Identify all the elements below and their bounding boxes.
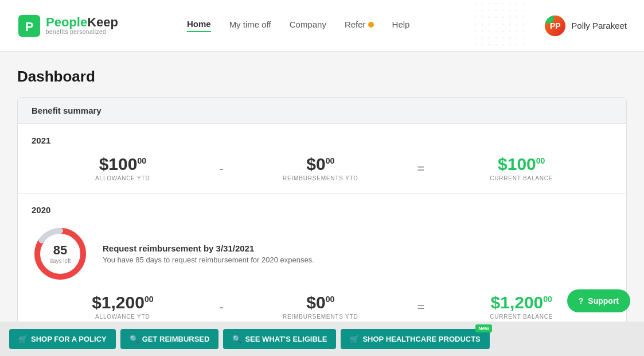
search-icon-reimburse: 🔍	[130, 335, 139, 343]
new-badge: New	[475, 324, 492, 332]
minus-operator-2021: -	[214, 161, 229, 176]
user-name: Polly Parakeet	[571, 21, 627, 30]
reminder-title: Request reimbursement by 3/31/2021	[103, 243, 314, 253]
allowance-label-2020: ALLOWANCE YTD	[32, 314, 214, 320]
main-nav: Home My time off Company Refer Help	[187, 19, 410, 32]
timer-row: 85 days left Request reimbursement by 3/…	[32, 225, 612, 283]
reimbursement-reminder: Request reimbursement by 3/31/2021 You h…	[103, 243, 314, 264]
summary-row-2020: $1,20000 ALLOWANCE YTD - $000 REIMBURSEM…	[32, 294, 612, 320]
days-left-donut: 85 days left	[32, 225, 89, 283]
search-icon-eligible: 🔍	[232, 335, 241, 343]
year-2020-section: 2020 85 days left	[18, 194, 626, 334]
summary-row-2021: $10000 ALLOWANCE YTD - $000 REIMBURSEMEN…	[32, 156, 612, 181]
nav-company[interactable]: Company	[290, 20, 326, 32]
main-content: Dashboard Benefit summary 2021 $10000 AL…	[0, 52, 644, 356]
shop-healthcare-button[interactable]: 🛒 SHOP HEALTHCARE PRODUCTS	[341, 329, 489, 349]
decorative-dots	[472, 0, 529, 46]
get-reimbursed-button[interactable]: 🔍 GET REIMBURSED	[120, 329, 219, 349]
reimbursements-label-2020: REIMBURSEMENTS YTD	[229, 314, 412, 320]
balance-label-2020: CURRENT BALANCE	[430, 314, 612, 320]
benefit-summary-card: Benefit summary 2021 $10000 ALLOWANCE YT…	[17, 97, 627, 334]
reimbursements-ytd-2021: $000 REIMBURSEMENTS YTD	[229, 156, 412, 181]
reimbursements-amount-2021: $000	[229, 156, 412, 173]
cart-icon-healthcare: 🛒	[350, 335, 359, 343]
reimbursements-amount-2020: $000	[229, 294, 412, 311]
shop-healthcare-wrapper: 🛒 SHOP HEALTHCARE PRODUCTS New	[341, 329, 489, 349]
see-eligible-button[interactable]: 🔍 SEE WHAT'S ELIGIBLE	[223, 329, 336, 349]
user-menu[interactable]: PP Polly Parakeet	[545, 16, 627, 36]
equals-operator-2021: =	[412, 161, 431, 176]
logo-tagline: benefits personalized	[46, 29, 118, 35]
nav-refer[interactable]: Refer	[345, 20, 374, 32]
nav-help[interactable]: Help	[392, 20, 410, 32]
equals-operator-2020: =	[412, 300, 431, 315]
reimbursements-ytd-2020: $000 REIMBURSEMENTS YTD	[229, 294, 412, 320]
logo-name: PeopleKeep	[46, 16, 118, 29]
avatar: PP	[545, 16, 565, 36]
allowance-ytd-2021: $10000 ALLOWANCE YTD	[32, 156, 214, 181]
nav-my-time-off[interactable]: My time off	[229, 20, 271, 32]
page-title: Dashboard	[17, 68, 627, 86]
shop-policy-button[interactable]: 🛒 SHOP FOR A POLICY	[9, 329, 116, 349]
allowance-ytd-2020: $1,20000 ALLOWANCE YTD	[32, 294, 214, 320]
nav-home[interactable]: Home	[187, 19, 211, 32]
support-icon: ?	[579, 296, 584, 305]
year-2021-section: 2021 $10000 ALLOWANCE YTD - $000 REIMBUR…	[18, 124, 626, 194]
balance-amount-2021: $10000	[430, 156, 612, 173]
reimbursements-label-2021: REIMBURSEMENTS YTD	[229, 175, 412, 181]
svg-text:P: P	[25, 20, 34, 34]
cart-icon: 🛒	[18, 335, 28, 343]
balance-label-2021: CURRENT BALANCE	[430, 175, 612, 181]
allowance-amount-2020: $1,20000	[32, 294, 214, 311]
minus-operator-2020: -	[214, 300, 229, 315]
reminder-body: You have 85 days to request reimbursemen…	[103, 256, 314, 264]
current-balance-2021: $10000 CURRENT BALANCE	[430, 156, 612, 181]
bottom-bar: 🛒 SHOP FOR A POLICY 🔍 GET REIMBURSED 🔍 S…	[0, 322, 644, 356]
days-left-text: days left	[49, 258, 71, 265]
allowance-label-2021: ALLOWANCE YTD	[32, 175, 214, 181]
year-2020-label: 2020	[32, 205, 612, 215]
year-2021-label: 2021	[32, 136, 612, 145]
header: P PeopleKeep benefits personalized Home …	[0, 0, 644, 52]
logo[interactable]: P PeopleKeep benefits personalized	[17, 14, 118, 38]
support-button[interactable]: ? Support	[567, 289, 630, 312]
allowance-amount-2021: $10000	[32, 156, 214, 173]
refer-badge	[368, 22, 374, 28]
card-header: Benefit summary	[18, 98, 626, 124]
logo-icon: P	[17, 14, 41, 38]
days-left-number: 85	[49, 243, 71, 258]
